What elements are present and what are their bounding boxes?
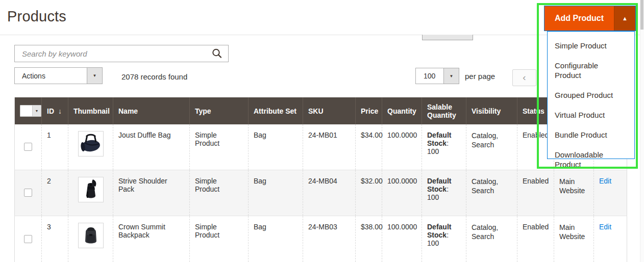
product-image-shoulder-pack [82,178,100,201]
cell-type: Simple Product [190,216,249,262]
column-header-quantity[interactable]: Quantity [382,97,422,124]
cell-quantity: 100.0000 [382,124,422,170]
toolbar-button-remnant [422,35,473,40]
select-all-control[interactable]: ▼ [20,105,41,117]
cell-attribute-set: Bag [249,124,303,170]
edit-link[interactable]: Edit [599,177,611,185]
page-size-select[interactable]: 100 ▼ [415,68,459,84]
cell-status: Enabled [517,216,554,262]
thumbnail-box [78,177,104,202]
cell-id: 1 [42,124,68,170]
cell-id: 3 [42,216,68,262]
cell-price: $38.00 [356,216,382,262]
select-all-checkbox[interactable] [20,106,32,116]
cell-salable-quantity: Default Stock: 100 [422,170,466,216]
cell-price: $32.00 [356,170,382,216]
column-header-price[interactable]: Price [356,97,382,124]
cell-name: Crown Summit Backpack [113,216,190,262]
cell-visibility: Catalog, Search [466,170,517,216]
cell-sku: 24-MB04 [303,170,356,216]
page-title: Products [7,8,66,25]
column-header-type[interactable]: Type [190,97,249,124]
cell-name: Strive Shoulder Pack [113,170,190,216]
column-header-visibility[interactable]: Visibility [466,97,517,124]
chevron-down-icon: ▼ [35,109,39,113]
cell-attribute-set: Bag [249,216,303,262]
add-product-button[interactable]: Add Product [544,6,614,31]
add-product-split-button: Add Product ▲ [544,6,636,31]
cell-visibility: Catalog, Search [466,216,517,262]
row-checkbox[interactable] [24,143,32,151]
cell-websites: Main Website [554,170,594,216]
table-row: 2 Strive Shoulder Pack [15,170,627,216]
cell-quantity: 100.0000 [382,216,422,262]
cell-salable-quantity: Default Stock: 100 [422,124,466,170]
cell-quantity: 100.0000 [382,170,422,216]
search-input[interactable] [15,45,228,62]
menu-item-simple-product[interactable]: Simple Product [548,36,634,56]
cell-type: Simple Product [190,170,249,216]
actions-select[interactable]: Actions ▼ [14,67,103,84]
add-product-toggle-button[interactable]: ▲ [614,6,635,31]
row-checkbox[interactable] [24,235,32,243]
per-page-label: per page [465,72,495,81]
previous-page-button[interactable]: ‹ [512,69,536,86]
scrollbar-thumb[interactable] [640,0,643,30]
add-product-menu: Simple Product Configurable Product Grou… [547,31,635,159]
cell-action: Edit [594,216,627,262]
cell-salable-quantity: Default Stock: 100 [422,216,466,262]
select-all-header: ▼ [15,97,42,124]
cell-attribute-set: Bag [249,170,303,216]
cell-visibility: Catalog, Search [466,124,517,170]
cell-thumbnail [68,124,113,170]
select-all-toggle[interactable]: ▼ [32,106,41,116]
column-header-name[interactable]: Name [113,97,190,124]
thumbnail-box [78,223,104,248]
thumbnail-box [78,131,104,156]
edit-link[interactable]: Edit [599,223,611,231]
cell-sku: 24-MB01 [303,124,356,170]
search-icon [211,48,222,59]
column-header-thumbnail[interactable]: Thumbnail [68,97,113,124]
row-checkbox[interactable] [24,189,32,197]
menu-item-grouped-product[interactable]: Grouped Product [548,85,634,105]
page-size-toggle[interactable]: ▼ [443,68,459,84]
cell-price: $34.00 [356,124,382,170]
chevron-left-icon: ‹ [523,72,526,83]
chevron-down-icon: ▼ [93,73,97,78]
product-image-duffle-bag [80,134,102,154]
product-image-backpack [82,225,100,246]
menu-item-configurable-product[interactable]: Configurable Product [548,56,634,85]
cell-name: Joust Duffle Bag [113,124,190,170]
page-size-value: 100 [416,68,443,84]
vertical-scrollbar[interactable] [640,0,644,262]
cell-status: Enabled [517,170,554,216]
products-grid: ▼ ID↓ Thumbnail Name Type Attribute Set … [14,97,628,262]
actions-select-toggle[interactable]: ▼ [87,68,102,84]
cell-websites: Main Website [554,216,594,262]
cell-thumbnail [68,216,113,262]
column-header-attribute-set[interactable]: Attribute Set [249,97,303,124]
chevron-down-icon: ▼ [450,74,454,78]
actions-select-label: Actions [15,68,87,84]
chevron-up-icon: ▲ [622,15,628,21]
table-row: 1 Joust Du [15,124,627,170]
cell-type: Simple Product [190,124,249,170]
products-page: Products Actions ▼ 2078 records found 10… [0,0,644,262]
keyword-search [14,45,229,62]
menu-item-bundle-product[interactable]: Bundle Product [548,125,634,145]
column-header-salable-quantity[interactable]: Salable Quantity [422,97,466,124]
table-row: 3 Crown Summit Backpack Simple Pro [15,216,627,262]
column-header-sku[interactable]: SKU [303,97,356,124]
cell-thumbnail [68,170,113,216]
cell-id: 2 [42,170,68,216]
sort-descending-icon: ↓ [58,107,62,115]
search-button[interactable] [210,47,224,61]
cell-sku: 24-MB03 [303,216,356,262]
grid-header-row: ▼ ID↓ Thumbnail Name Type Attribute Set … [15,97,627,124]
records-found-text: 2078 records found [121,72,187,81]
cell-action: Edit [594,170,627,216]
column-header-id[interactable]: ID↓ [42,97,68,124]
menu-item-virtual-product[interactable]: Virtual Product [548,105,634,125]
menu-item-downloadable-product[interactable]: Downloadable Product [548,145,634,174]
